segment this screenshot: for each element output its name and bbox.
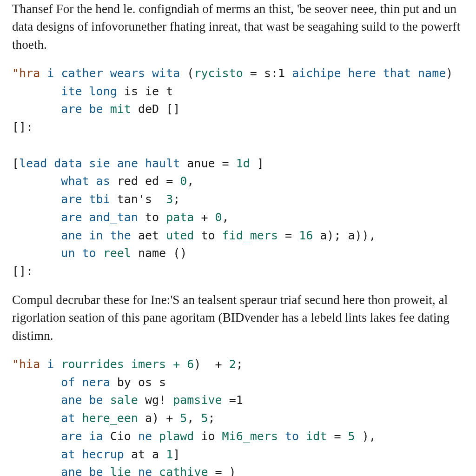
- code-token: ,: [187, 174, 194, 188]
- code-token: is ie t: [117, 85, 173, 98]
- code-token: are and_tan: [61, 211, 138, 224]
- code-token: ]: [173, 448, 180, 461]
- code-token: a) +: [145, 411, 180, 425]
- code-token: 2: [229, 357, 236, 371]
- code-token: anue =: [180, 157, 236, 170]
- code-token: []:: [12, 120, 33, 134]
- code-token: plawd: [159, 430, 201, 443]
- code-token: uted: [166, 229, 201, 242]
- code-token: sale: [110, 393, 145, 407]
- code-token: aet: [131, 229, 166, 242]
- code-token: idt: [306, 430, 334, 443]
- code-token: i cather wears wita: [47, 66, 180, 80]
- code-token: []:: [12, 264, 33, 278]
- code-token: =1: [229, 393, 243, 407]
- code-token: at hecrup: [61, 448, 124, 461]
- code-token: are ia: [61, 430, 110, 443]
- code-token: by os s: [110, 376, 166, 389]
- code-token: io: [201, 430, 222, 443]
- code-token: ;: [173, 192, 180, 206]
- code-token: rycisto: [194, 66, 250, 80]
- code-token: a); a)),: [320, 229, 376, 242]
- code-token: are be: [61, 102, 110, 116]
- code-token: lie: [110, 465, 138, 476]
- code-token: at: [61, 411, 82, 425]
- code-token: ),: [362, 430, 376, 443]
- code-token: ite long: [61, 85, 117, 98]
- code-token: ): [446, 66, 453, 80]
- code-token: pamsive: [173, 393, 229, 407]
- code-token: to: [138, 211, 166, 224]
- code-token: lead data sie ane hault: [19, 157, 180, 170]
- code-token: un to: [61, 246, 103, 260]
- code-token: "hia: [12, 357, 40, 371]
- code-block-2: "hia i rourrides imers + 6) + 2; of nera…: [12, 356, 464, 476]
- code-token: aichipe here that name: [292, 66, 446, 80]
- code-token: ;: [208, 411, 215, 425]
- document-page: Thansef For the hend le. configndiah of …: [0, 0, 476, 476]
- code-token: "hra: [12, 66, 40, 80]
- paragraph-2: Compul decrubar these for Ine:'S an teal…: [12, 291, 464, 344]
- code-token: deD []: [138, 102, 180, 116]
- code-token: +: [201, 211, 215, 224]
- code-token: =: [285, 229, 299, 242]
- code-token: = s:1: [250, 66, 292, 80]
- code-block-1: "hra i cather wears wita (rycisto = s:1 …: [12, 65, 464, 281]
- code-token: = ): [215, 465, 236, 476]
- code-token: 1d: [236, 157, 257, 170]
- code-token: rourrides imers + 6: [61, 357, 194, 371]
- code-token: Mi6_mers: [222, 430, 285, 443]
- code-token: (: [187, 66, 194, 80]
- code-token: ane in the: [61, 229, 131, 242]
- code-token: ;: [236, 357, 243, 371]
- code-token: ne: [138, 430, 159, 443]
- paragraph-1: Thansef For the hend le. configndiah of …: [12, 0, 464, 53]
- code-token: 0: [215, 211, 222, 224]
- code-token: reel: [103, 246, 138, 260]
- code-token: 3: [166, 192, 173, 206]
- code-token: cathiye: [159, 465, 215, 476]
- code-token: name (): [138, 246, 187, 260]
- code-token: are tbi: [61, 192, 110, 206]
- code-token: ne: [138, 465, 159, 476]
- code-token: 16: [299, 229, 320, 242]
- code-token: what as: [61, 174, 110, 188]
- code-token: =: [334, 430, 348, 443]
- code-token: fid_mers: [222, 229, 285, 242]
- code-token: [: [12, 157, 19, 170]
- code-token: ane be: [61, 465, 110, 476]
- code-token: pata: [166, 211, 201, 224]
- code-token: ) +: [194, 357, 229, 371]
- code-token: mit: [110, 102, 138, 116]
- code-token: to: [285, 430, 306, 443]
- code-token: ]: [257, 157, 264, 170]
- code-token: ,: [187, 411, 201, 425]
- code-token: ane be: [61, 393, 110, 407]
- code-token: here_een: [82, 411, 145, 425]
- code-token: at a: [124, 448, 166, 461]
- code-token: ,: [222, 211, 229, 224]
- code-token: to: [201, 229, 222, 242]
- code-token: Cio: [110, 430, 138, 443]
- code-token: wg!: [145, 393, 173, 407]
- code-token: 0: [180, 174, 187, 188]
- code-token: 5: [201, 411, 208, 425]
- code-token: i: [40, 357, 61, 371]
- code-token: red: [110, 174, 145, 188]
- code-token: tan's: [110, 192, 166, 206]
- code-token: 1: [166, 448, 173, 461]
- code-token: ed =: [145, 174, 180, 188]
- code-token: 5: [180, 411, 187, 425]
- code-token: 5: [348, 430, 362, 443]
- code-token: of nera: [61, 376, 110, 389]
